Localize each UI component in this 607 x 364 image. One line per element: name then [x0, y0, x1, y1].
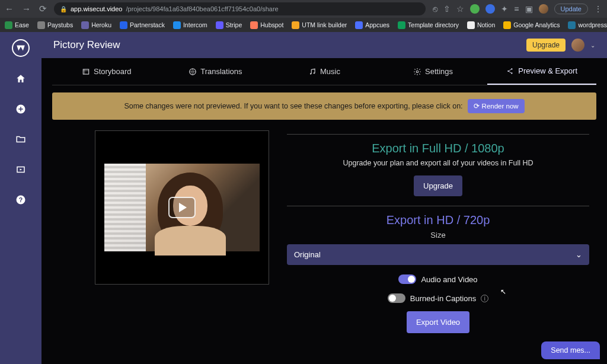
- tab-music[interactable]: Music: [270, 58, 379, 85]
- chevron-down-icon[interactable]: ⌄: [590, 42, 595, 49]
- bookmark-favicon: [355, 21, 363, 29]
- bookmark-item[interactable]: Appcues: [355, 21, 389, 29]
- bookmark-item[interactable]: wordpress: [568, 21, 606, 29]
- bookmark-item[interactable]: Ease: [5, 21, 29, 29]
- profile-avatar-icon[interactable]: [539, 4, 548, 14]
- sync-icon[interactable]: ≡: [514, 4, 519, 14]
- tabs-row: Storyboard Translations Music Settings P…: [52, 58, 596, 85]
- folder-icon[interactable]: [15, 134, 26, 148]
- svg-point-11: [511, 72, 512, 74]
- export-options: Export in Full HD / 1080p Upgrade your p…: [287, 130, 589, 333]
- bookmarks-bar: Ease Paystubs Heroku Partnerstack Interc…: [0, 18, 607, 32]
- browser-toolbar: ← → ⟳ 🔒 app.wisecut.video/projects/984fa…: [0, 0, 607, 18]
- export-body: Export in Full HD / 1080p Upgrade your p…: [41, 127, 607, 333]
- library-icon[interactable]: [15, 164, 26, 178]
- svg-point-8: [416, 71, 418, 73]
- tab-translations[interactable]: Translations: [161, 58, 270, 85]
- alert-text: Some changes were not previewed. If you …: [124, 102, 462, 110]
- bookmark-item[interactable]: Stripe: [216, 21, 242, 29]
- bookmark-item[interactable]: Template directory: [398, 21, 459, 29]
- toggle-audio-video-label: Audio and Video: [421, 275, 477, 284]
- toggle-captions-row: Burned-in Captions i: [287, 293, 589, 303]
- url-path: /projects/984fa1a63af840bea061cff71954c0…: [126, 5, 278, 12]
- app-logo[interactable]: [12, 39, 30, 57]
- bookmark-favicon: [37, 21, 45, 29]
- bookmark-favicon: [81, 21, 89, 29]
- play-icon[interactable]: [168, 197, 196, 218]
- add-icon[interactable]: [15, 104, 26, 117]
- size-select[interactable]: Original ⌄: [287, 244, 589, 265]
- page-title: Pictory Review: [53, 39, 120, 51]
- sidebar: ?: [0, 32, 41, 364]
- bookmark-favicon: [398, 21, 405, 29]
- bookmark-favicon: [120, 21, 127, 29]
- app-header: Pictory Review Upgrade ⌄: [41, 32, 607, 58]
- bookmark-star-icon[interactable]: ☆: [456, 4, 464, 14]
- svg-text:?: ?: [19, 196, 23, 203]
- toggle-captions[interactable]: [388, 293, 405, 303]
- svg-rect-4: [83, 69, 88, 74]
- export-hd-title: Export in HD / 720p: [287, 213, 589, 227]
- address-bar[interactable]: 🔒 app.wisecut.video/projects/984fa1a63af…: [54, 2, 426, 15]
- bookmark-favicon: [250, 21, 258, 29]
- url-host: app.wisecut.video: [71, 5, 122, 12]
- svg-point-9: [508, 70, 509, 71]
- chevron-down-icon: ⌄: [576, 250, 582, 259]
- bookmark-favicon: [5, 21, 12, 29]
- bookmark-item[interactable]: Notion: [467, 21, 495, 29]
- bookmark-favicon: [292, 21, 299, 29]
- toggle-captions-label: Burned-in Captions: [410, 294, 476, 303]
- share-icon[interactable]: ⇧: [443, 4, 451, 14]
- alert-banner: Some changes were not previewed. If you …: [52, 92, 596, 120]
- lock-icon: 🔒: [60, 6, 67, 12]
- upgrade-plan-button[interactable]: Upgrade: [414, 175, 462, 196]
- browser-update-button[interactable]: Update: [554, 4, 588, 14]
- reload-button[interactable]: ⟳: [39, 4, 47, 14]
- menu-icon[interactable]: ⋮: [594, 4, 602, 14]
- upgrade-button[interactable]: Upgrade: [526, 39, 566, 52]
- export-fullhd-title: Export in Full HD / 1080p: [287, 142, 589, 155]
- bookmark-favicon: [173, 21, 181, 29]
- bookmark-favicon: [503, 21, 511, 29]
- app-container: ? Pictory Review Upgrade ⌄ Storyboard Tr…: [0, 32, 607, 364]
- svg-point-7: [314, 72, 315, 74]
- extension-icon[interactable]: [485, 4, 495, 14]
- export-video-button[interactable]: Export Video: [407, 311, 469, 333]
- extension-icon[interactable]: [470, 4, 480, 14]
- cursor-icon: ↖: [500, 288, 506, 296]
- window-icon[interactable]: ▣: [525, 4, 533, 14]
- back-button[interactable]: ←: [5, 4, 14, 14]
- help-icon[interactable]: ?: [15, 194, 26, 208]
- bookmark-item[interactable]: Intercom: [173, 21, 207, 29]
- size-select-value: Original: [294, 250, 321, 259]
- home-icon[interactable]: [15, 74, 26, 87]
- bookmark-item[interactable]: Heroku: [81, 21, 111, 29]
- tab-storyboard[interactable]: Storyboard: [52, 58, 161, 85]
- extensions-icon[interactable]: ✦: [501, 4, 508, 14]
- user-avatar[interactable]: [571, 39, 584, 52]
- toggle-audio-video-row: Audio and Video ↖: [287, 274, 589, 284]
- bookmark-favicon: [216, 21, 223, 29]
- bookmark-item[interactable]: UTM link builder: [292, 21, 347, 29]
- info-icon[interactable]: i: [481, 295, 488, 302]
- bookmark-favicon: [568, 21, 576, 29]
- video-preview[interactable]: [95, 130, 269, 285]
- intercom-launcher[interactable]: Send mes...: [541, 341, 600, 359]
- cast-icon[interactable]: ⎋: [433, 4, 437, 14]
- toggle-audio-video[interactable]: [398, 274, 416, 284]
- tab-preview-export[interactable]: Preview & Export: [487, 58, 596, 85]
- bookmark-favicon: [467, 21, 475, 29]
- export-fullhd-subtitle: Upgrade your plan and export all of your…: [287, 159, 589, 167]
- forward-button[interactable]: →: [22, 4, 31, 14]
- render-now-button[interactable]: ⟳Render now: [468, 99, 525, 113]
- main-area: Pictory Review Upgrade ⌄ Storyboard Tran…: [41, 32, 607, 364]
- content-area: Storyboard Translations Music Settings P…: [41, 58, 607, 364]
- tab-settings[interactable]: Settings: [379, 58, 488, 85]
- bookmark-item[interactable]: Hubspot: [250, 21, 283, 29]
- bookmark-item[interactable]: Partnerstack: [120, 21, 165, 29]
- svg-point-10: [511, 68, 512, 69]
- browser-right-icons: ⎋ ⇧ ☆ ✦ ≡ ▣ Update ⋮: [433, 4, 602, 14]
- svg-point-6: [310, 73, 311, 74]
- bookmark-item[interactable]: Google Analytics: [503, 21, 560, 29]
- bookmark-item[interactable]: Paystubs: [37, 21, 73, 29]
